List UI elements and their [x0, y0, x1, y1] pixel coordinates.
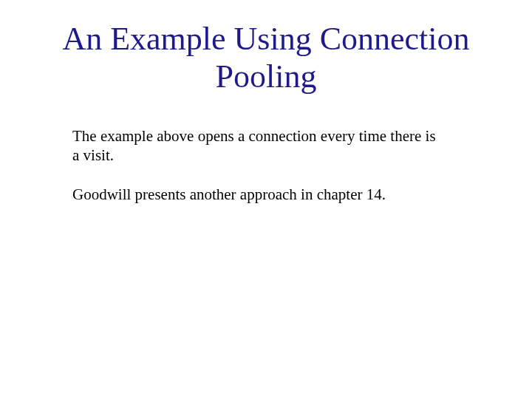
slide-title: An Example Using Connection Pooling: [44, 21, 488, 95]
paragraph-2: Goodwill presents another approach in ch…: [72, 185, 443, 204]
paragraph-1: The example above opens a connection eve…: [72, 126, 443, 166]
slide-body: The example above opens a connection eve…: [44, 126, 488, 204]
slide-container: An Example Using Connection Pooling The …: [0, 0, 532, 399]
